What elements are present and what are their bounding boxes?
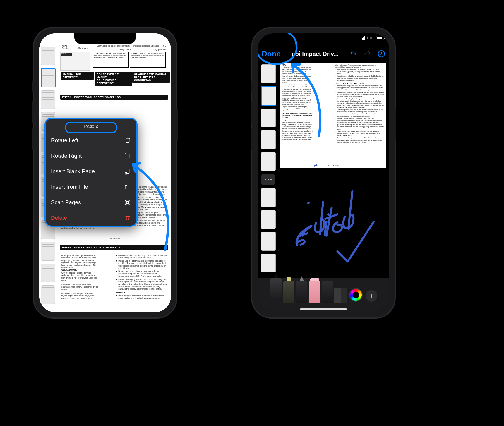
menu-label: Insert Blank Page xyxy=(51,168,95,175)
callout-page2-highlight xyxy=(65,122,117,133)
pen-tool[interactable] xyxy=(270,278,282,300)
thumbnail-page-1[interactable] xyxy=(261,64,276,83)
menu-label: Delete xyxy=(51,215,67,221)
doc-text: with the charger specified by the A char… xyxy=(61,272,111,282)
bullet: Follow all charging instructions and do … xyxy=(118,278,167,291)
callout-arrow-left xyxy=(121,150,171,256)
thumbnail-page-12[interactable] xyxy=(41,285,55,304)
service-head: SERVICE xyxy=(116,291,167,294)
battery-icon xyxy=(376,36,384,40)
menu-title: Page 2 xyxy=(46,119,136,133)
thumbnail-page-4[interactable] xyxy=(261,130,276,149)
thumbnail-page-1[interactable] xyxy=(41,47,55,65)
thumbnail-more-button[interactable] xyxy=(261,174,275,185)
color-picker[interactable] xyxy=(349,288,363,302)
menu-label: Rotate Left xyxy=(51,137,78,144)
text: Back page xyxy=(78,47,88,49)
black-box-1: MANUAL FOR EFERENCE xyxy=(61,72,94,80)
bullet: Have your power tool serviced by a quali… xyxy=(118,295,167,300)
thumbnail-page-n4[interactable] xyxy=(261,254,276,272)
product-image: RYOBI xyxy=(60,52,90,71)
undo-button[interactable] xyxy=(349,50,357,58)
redo-button[interactable] xyxy=(364,50,371,58)
section-head: POWER TOOL USE AND CARE xyxy=(335,82,385,85)
thumbnail-page-5[interactable] xyxy=(261,152,276,171)
doc-text: of the power tool for operations differe… xyxy=(61,254,111,269)
iphone-right: LTE Done obi Impact Driv... xyxy=(251,27,396,319)
markup-pen-button[interactable] xyxy=(378,50,385,58)
thumbnail-page-3[interactable] xyxy=(261,109,276,127)
black-box-2: CONSERVER CE MANUEL POUR FUTURE RÉFÉRENC… xyxy=(95,72,132,86)
thumbnail-page-3[interactable] xyxy=(41,90,55,109)
bullet: Disconnect the plug from the power sourc… xyxy=(337,98,385,109)
bullet: Keep cutting tools sharp and clean. Prop… xyxy=(337,130,385,137)
status-bar: LTE xyxy=(361,36,384,40)
thumbnail-page-n1[interactable] xyxy=(261,188,276,207)
bullet: Do not wear loose clothing or jewelry. C… xyxy=(337,68,385,75)
bullet: Do not force the power tool. Use the cor… xyxy=(337,85,385,91)
lasso-tool[interactable] xyxy=(322,281,333,303)
bullet: Do not use the power tool if the switch … xyxy=(337,91,385,98)
menu-label: Insert from File xyxy=(51,184,88,190)
thumbnail-page-11[interactable] xyxy=(41,264,55,282)
iphone-left: News Service Back page Commande de pièce… xyxy=(33,27,177,319)
bullet: Use the power tool, accessories and tool… xyxy=(337,137,385,143)
bullet: Maintain power tools and accessories. Ch… xyxy=(337,118,385,130)
doc-text: ack is not in use, keep it away from ts,… xyxy=(61,292,111,300)
network-label: LTE xyxy=(367,36,374,40)
add-button[interactable]: + xyxy=(366,290,377,302)
section-header: ENERAL POWER TOOL SAFETY WARNINGS xyxy=(60,95,168,100)
eraser-tool[interactable] xyxy=(309,281,320,303)
thumbnail-page-n3[interactable] xyxy=(261,232,276,250)
menu-label: Scan Pages xyxy=(51,199,81,206)
doc-text: s only with specifically designated se o… xyxy=(61,284,111,291)
callout-arrow-right xyxy=(278,54,331,142)
svg-rect-0 xyxy=(126,138,129,143)
text: 8-9 xyxy=(163,45,166,47)
bullet: Store idle power tools out of the reach … xyxy=(337,109,385,117)
markup-toolbar: + xyxy=(258,278,389,312)
thumbnail-page-n2[interactable] xyxy=(261,210,276,229)
bullet: Do not use a battery pack or tool that i… xyxy=(118,260,167,270)
text: Pág. posterior xyxy=(153,48,166,51)
menu-label: Rotate Right xyxy=(51,153,82,159)
pencil-tool[interactable] xyxy=(296,281,307,303)
text: Page arrière xyxy=(120,48,131,51)
doc-text: safety principles. A careless action can… xyxy=(335,64,385,68)
text: 5-7 xyxy=(128,45,131,47)
bullet: Do not expose a battery pack or tool to … xyxy=(118,270,167,277)
warn-es: ADVERTENCIA: xyxy=(133,53,146,54)
text: Pedidos de piezas y servicio xyxy=(133,45,166,47)
text: Commande de pièces et dépannage xyxy=(97,45,130,47)
page-thumbnails-sidebar[interactable] xyxy=(259,63,277,274)
warn-fr: AVERTISSEMENT : xyxy=(96,53,112,54)
signal-icon xyxy=(361,36,365,40)
handwritten-annotation xyxy=(280,150,386,267)
thumbnail-page-10[interactable] xyxy=(41,242,55,261)
marker-tool[interactable] xyxy=(283,281,294,303)
menu-rotate-left[interactable]: Rotate Left xyxy=(46,133,136,148)
text: Service xyxy=(62,47,69,49)
ruler-tool[interactable] xyxy=(334,288,347,303)
thumbnail-page-2[interactable] xyxy=(261,86,276,105)
doc-text: USE AND CARE xyxy=(61,269,111,271)
bullet: Do not use on a ladder or unstable suppo… xyxy=(337,75,385,82)
black-box-3: GUARDE ESTE MANUAL PARA FUTURAS CONSULTA… xyxy=(132,72,170,83)
rotate-left-icon xyxy=(124,137,131,144)
thumbnail-page-2[interactable] xyxy=(41,68,56,87)
